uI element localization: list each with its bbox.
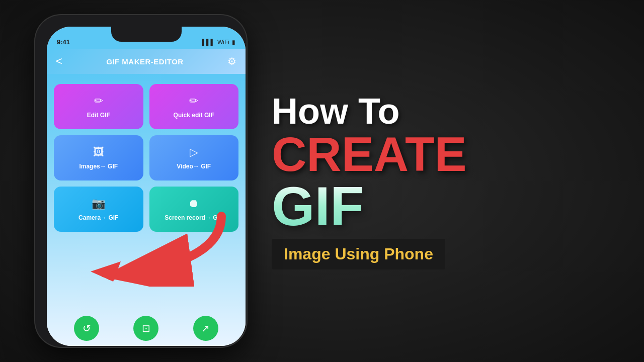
edit-gif-icon: ✏ [94, 95, 103, 108]
subtitle-text: Image Using Phone [284, 245, 433, 263]
edit-gif-label: Edit GIF [87, 112, 110, 119]
screen-record-icon: ⏺ [188, 197, 199, 210]
settings-icon[interactable]: ⚙ [227, 55, 236, 67]
video-to-gif-button[interactable]: ▷ Video→ GIF [149, 135, 239, 180]
images-to-gif-button[interactable]: 🖼 Images→ GIF [54, 135, 143, 180]
battery-icon: ▮ [232, 39, 235, 46]
video-icon: ▷ [190, 146, 198, 159]
camera-to-gif-button[interactable]: 📷 Camera→ GIF [54, 187, 143, 232]
gif-text: GIF [272, 178, 364, 234]
images-icon: 🖼 [93, 146, 104, 159]
text-section: How To CREATE GIF Image Using Phone [252, 93, 614, 270]
quick-edit-gif-label: Quick edit GIF [174, 112, 214, 119]
button-row-1: ✏ Edit GIF ✏ Quick edit GIF [54, 84, 238, 129]
screen-record-to-gif-button[interactable]: ⏺ Screen record→ GIF [149, 187, 239, 232]
button-row-2: 🖼 Images→ GIF ▷ Video→ GIF [54, 135, 238, 180]
phone-mockup: 9:41 ▌▌▌ WiFi ▮ < GIF MAKER-EDITOR ⚙ [30, 10, 252, 352]
quick-edit-gif-button[interactable]: ✏ Quick edit GIF [149, 84, 239, 129]
nav-crop-button[interactable]: ⊡ [133, 316, 158, 341]
status-time: 9:41 [57, 38, 70, 46]
nav-share-button[interactable]: ↗ [193, 316, 218, 341]
subtitle-box: Image Using Phone [272, 239, 445, 269]
phone-screen: 9:41 ▌▌▌ WiFi ▮ < GIF MAKER-EDITOR ⚙ [47, 27, 246, 346]
create-text: CREATE [272, 130, 467, 178]
nav-history-button[interactable]: ↺ [74, 316, 99, 341]
screen-record-gif-label: Screen record→ GIF [165, 214, 223, 221]
images-to-gif-label: Images→ GIF [79, 163, 118, 170]
status-icons: ▌▌▌ WiFi ▮ [202, 39, 235, 46]
app-header: < GIF MAKER-EDITOR ⚙ [47, 49, 246, 74]
video-to-gif-label: Video→ GIF [177, 163, 211, 170]
phone-notch [111, 27, 182, 42]
back-button[interactable]: < [56, 55, 62, 68]
quick-edit-icon: ✏ [189, 95, 198, 108]
phone-outer-frame: 9:41 ▌▌▌ WiFi ▮ < GIF MAKER-EDITOR ⚙ [35, 15, 247, 347]
button-row-3: 📷 Camera→ GIF ⏺ Screen record→ GIF [54, 187, 238, 232]
app-content: ✏ Edit GIF ✏ Quick edit GIF 🖼 Images→ GI… [47, 74, 246, 346]
edit-gif-button[interactable]: ✏ Edit GIF [54, 84, 143, 129]
app-title: GIF MAKER-EDITOR [106, 57, 184, 66]
signal-icon: ▌▌▌ [202, 39, 215, 46]
bottom-navigation: ↺ ⊡ ↗ [47, 316, 246, 341]
camera-to-gif-label: Camera→ GIF [78, 214, 118, 221]
wifi-icon: WiFi [217, 39, 229, 46]
scene: 9:41 ▌▌▌ WiFi ▮ < GIF MAKER-EDITOR ⚙ [0, 0, 644, 362]
camera-icon: 📷 [92, 197, 105, 210]
how-to-text: How To [272, 93, 400, 131]
